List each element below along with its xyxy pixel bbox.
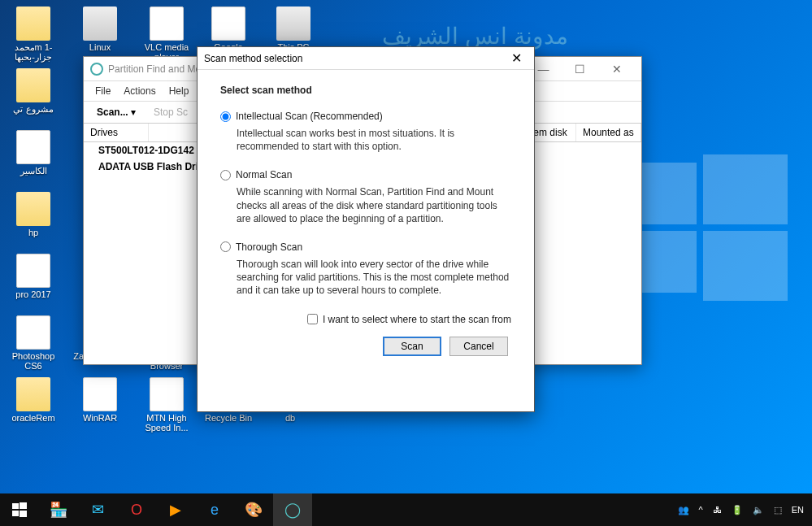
taskbar-partition-app-icon[interactable]: ◯ [273,493,312,526]
tray-people-icon[interactable]: 👥 [678,505,689,515]
file-icon [211,7,245,41]
close-button[interactable]: ✕ [598,58,635,80]
cancel-button[interactable]: Cancel [449,337,508,356]
svg-rect-5 [20,502,27,509]
taskbar-edge-icon[interactable]: e [195,493,234,526]
desktop-icon[interactable]: محمدm 1- جزار-بحبها [5,7,62,62]
close-icon[interactable]: ✕ [505,50,528,66]
checkbox-select-start[interactable] [307,314,318,324]
icon-label: pro 2017 [5,289,62,299]
desktop-icon[interactable]: Linux [72,7,128,52]
dialog-heading: Select scan method [220,85,511,96]
start-button[interactable] [0,493,39,526]
radio-thorough[interactable] [220,241,231,252]
desktop: مدونة انس الشريف مدونة انس الشريف محمدm … [0,0,812,526]
tray-battery-icon[interactable]: 🔋 [732,505,743,515]
icon-label: محمدm 1- جزار-بحبها [5,42,62,62]
option-thorough[interactable]: Thorough Scan Thorough scan will look in… [220,241,511,298]
taskbar-mail-icon[interactable]: ✉ [78,493,117,526]
icon-label: db [262,413,319,423]
menu-help[interactable]: Help [163,83,196,99]
app-icon [90,63,103,76]
desktop-icon[interactable]: Photoshop CS6 [5,315,62,371]
option-intellectual[interactable]: Intellectual Scan (Recommended) Intellec… [220,111,511,153]
dialog-title: Scan method selection [204,53,302,64]
icon-label: MTN High Speed In... [138,413,195,433]
maximize-button[interactable]: ☐ [562,58,598,80]
file-icon [16,68,50,102]
col-mounted-as[interactable]: Mounted as [576,124,641,141]
file-icon [16,130,50,164]
tray-network-icon[interactable]: 🖧 [713,505,722,515]
desktop-icon[interactable]: hp [5,192,62,237]
radio-normal[interactable] [220,170,231,180]
taskbar: 🏪 ✉ O ▶ e 🎨 ◯ 👥 ^ 🖧 🔋 🔈 ⬚ EN [0,493,812,526]
system-tray: 👥 ^ 🖧 🔋 🔈 ⬚ EN [678,505,812,515]
scan-button[interactable]: Scan [383,337,441,356]
option-desc: Thorough scan will look into every secto… [237,258,511,298]
desktop-icon[interactable]: WinRAR [72,377,128,423]
icon-label: oracleRem [5,413,62,423]
taskbar-media-icon[interactable]: ▶ [156,493,195,526]
icon-label: الكاسير [5,166,62,176]
icon-label: hp [5,228,62,237]
stop-scan-button: Stop Sc [147,105,194,120]
svg-rect-4 [12,503,19,509]
svg-rect-1 [703,154,788,224]
tray-language[interactable]: EN [792,505,804,515]
file-icon [150,7,184,41]
icon-label: Photoshop CS6 [5,351,62,371]
desktop-icon[interactable]: VLC media player [138,7,195,62]
window-title: Partition Find and Mo [108,63,201,75]
svg-rect-6 [12,511,19,516]
scan-dropdown[interactable]: Scan... ▾ [90,105,142,120]
svg-rect-7 [20,511,27,517]
file-icon [150,377,184,411]
menu-actions[interactable]: Actions [117,83,162,99]
file-icon [276,7,310,41]
scan-method-dialog: Scan method selection ✕ Select scan meth… [197,46,535,412]
file-icon [16,377,50,411]
file-icon [16,7,50,41]
icon-label: مشروع تي [5,104,62,114]
radio-intellectual[interactable] [220,111,231,122]
tray-action-center-icon[interactable]: ⬚ [774,505,782,515]
desktop-icon[interactable]: pro 2017 [5,254,62,299]
windows-logo [625,146,788,309]
desktop-icon[interactable]: oracleRem [5,377,62,423]
svg-rect-3 [703,231,788,301]
taskbar-paint-icon[interactable]: 🎨 [234,493,273,526]
option-desc: Intellectual scan works best in most sit… [237,127,511,153]
menu-file[interactable]: File [89,83,117,99]
desktop-icon[interactable]: مشروع تي [5,68,62,114]
icon-label: Linux [72,42,128,52]
icon-label: WinRAR [72,413,128,423]
icon-label: Recycle Bin [200,413,257,423]
file-icon [16,192,50,226]
file-icon [83,377,117,411]
desktop-icon[interactable]: الكاسير [5,130,62,176]
desktop-icon[interactable]: MTN High Speed In... [138,377,195,433]
checkbox-label: I want to select where to start the scan… [323,314,511,325]
file-icon [16,315,50,350]
desktop-icon[interactable]: This PC [265,7,322,52]
taskbar-opera-icon[interactable]: O [117,493,156,526]
dialog-titlebar[interactable]: Scan method selection ✕ [198,47,534,70]
taskbar-store-icon[interactable]: 🏪 [39,493,78,526]
file-icon [83,7,117,41]
tray-volume-icon[interactable]: 🔈 [753,505,764,515]
option-normal[interactable]: Normal Scan While scanning with Normal S… [220,169,511,225]
tray-chevron-icon[interactable]: ^ [699,505,703,515]
file-icon [16,254,50,288]
option-desc: While scanning with Normal Scan, Partiti… [237,185,511,225]
col-drives[interactable]: Drives [84,124,149,141]
